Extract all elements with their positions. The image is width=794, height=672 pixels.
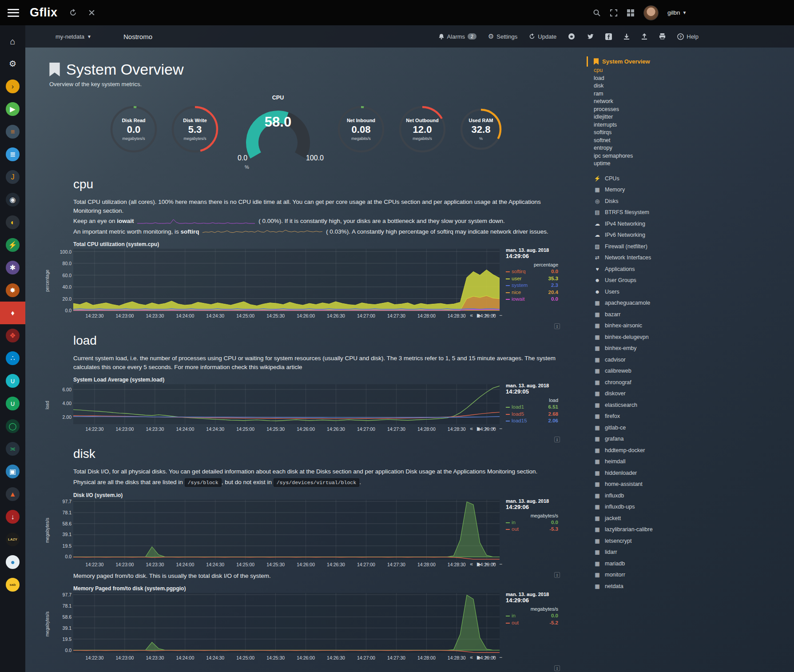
windows-icon[interactable] [627, 9, 635, 17]
gauge-disk-write[interactable]: Disk Write5.3megabytes/s [170, 104, 220, 154]
avatar[interactable] [643, 5, 659, 20]
settings-button[interactable]: ⚙ Settings [488, 32, 517, 40]
refresh-icon[interactable] [69, 9, 77, 16]
skip-forward-button[interactable]: » [485, 312, 488, 318]
app-shortcut-12[interactable]: ● [0, 551, 25, 573]
chart-plot-area[interactable]: 97.778.158.639.119.50.0 [73, 593, 500, 653]
chart-plot-area[interactable]: 6.004.002.00 [73, 384, 500, 424]
sidebar-app-lidarr[interactable]: ▦lidarr [587, 547, 794, 558]
app-tautulli[interactable]: ⚡ [0, 234, 25, 256]
skip-forward-button[interactable]: » [485, 654, 488, 660]
sidebar-section-ipv4-networking[interactable]: ☁IPv4 Networking [587, 219, 794, 230]
play-button[interactable]: ▶ [477, 561, 481, 567]
sidebar-app-influxdb-ups[interactable]: ▦influxdb-ups [587, 501, 794, 513]
sidebar-section-cpus[interactable]: ⚡CPUs [587, 173, 794, 185]
app-netdata[interactable]: ♦ [0, 302, 25, 324]
app-shortcut-4[interactable]: ✸ [0, 279, 25, 302]
sidebar-app-mariadb[interactable]: ▦mariadb [587, 558, 794, 570]
play-button[interactable]: ▶ [477, 425, 481, 432]
sidebar-section-applications[interactable]: ♥Applications [587, 264, 794, 275]
legend-item-softirq[interactable]: softirq0.0 [506, 268, 558, 275]
fullscreen-icon[interactable] [610, 9, 618, 17]
zoom-in-button[interactable]: + [492, 654, 495, 660]
twitter-button[interactable] [587, 33, 594, 40]
zoom-out-button[interactable]: − [499, 654, 502, 660]
sidebar-link-ram[interactable]: ram [587, 90, 794, 98]
github-button[interactable] [568, 33, 575, 40]
app-shortcut-2[interactable]: ◉ [0, 188, 25, 211]
chart-plot-area[interactable]: 97.778.158.639.119.50.0 [73, 500, 500, 560]
iowait-sparkline[interactable] [137, 219, 255, 224]
legend-item-user[interactable]: user35.3 [506, 275, 558, 282]
sidebar-app-cadvisor[interactable]: ▦cadvisor [587, 354, 794, 366]
app-shortcut-9[interactable]: ≍ [0, 437, 25, 460]
sidebar-app-letsencrypt[interactable]: ▦letsencrypt [587, 536, 794, 547]
app-emby[interactable]: ▶ [0, 98, 25, 120]
app-jackett[interactable]: J [0, 166, 25, 188]
facebook-button[interactable] [605, 33, 612, 40]
search-icon[interactable] [593, 9, 601, 17]
sidebar-app-jackett[interactable]: ▦jackett [587, 513, 794, 525]
app-lazylibrarian[interactable]: LAZY [0, 528, 25, 551]
sidebar-app-firefox[interactable]: ▦firefox [587, 411, 794, 422]
play-button[interactable]: ▶ [477, 312, 481, 318]
resize-handle[interactable]: ↕ [554, 572, 560, 578]
sidebar-app-apacheguacamole[interactable]: ▦apacheguacamole [587, 298, 794, 309]
zoom-in-button[interactable]: + [492, 561, 495, 567]
softirq-sparkline[interactable] [202, 229, 322, 235]
app-nextcloud[interactable]: ∴ [0, 347, 25, 370]
resize-handle[interactable]: ↕ [554, 323, 560, 329]
sidebar-app-monitorr[interactable]: ▦monitorr [587, 569, 794, 581]
print-button[interactable] [659, 33, 666, 40]
sidebar-app-hddtemp-docker[interactable]: ▦hddtemp-docker [587, 445, 794, 457]
legend-item-in[interactable]: in0.0 [506, 519, 558, 526]
legend-item-load5[interactable]: load52.68 [506, 411, 558, 418]
app-shortcut-5[interactable]: ❖ [0, 324, 25, 347]
gauge-net-outbound[interactable]: Net Outbound12.0megabits/s [397, 104, 447, 154]
zoom-in-button[interactable]: + [492, 425, 495, 432]
close-icon[interactable] [88, 9, 95, 16]
app-shortcut-8[interactable]: ◯ [0, 415, 25, 437]
sidebar-link-interrupts[interactable]: interrupts [587, 121, 794, 129]
gauge-net-inbound[interactable]: Net Inbound0.08megabits/s [336, 104, 386, 154]
sidebar-link-idlejitter[interactable]: idlejitter [587, 113, 794, 121]
host-dropdown[interactable]: my-netdata ▼ [56, 33, 91, 40]
sidebar-app-hiddenloader[interactable]: ▦hiddenloader [587, 468, 794, 479]
sidebar-app-calibreweb[interactable]: ▦calibreweb [587, 366, 794, 377]
app-shortcut-1[interactable]: ≡ [0, 120, 25, 143]
sidebar-system-overview[interactable]: System Overview [587, 56, 794, 67]
legend-item-iowait[interactable]: iowait0.0 [506, 296, 558, 303]
legend-item-in[interactable]: in0.0 [506, 612, 558, 620]
sidebar-link-entropy[interactable]: entropy [587, 144, 794, 152]
sidebar-section-users[interactable]: ☻Users [587, 286, 794, 298]
sidebar-link-processes[interactable]: processes [587, 106, 794, 114]
sidebar-link-network[interactable]: network [587, 98, 794, 106]
sidebar-section-disks[interactable]: ◎Disks [587, 196, 794, 207]
app-shortcut-7[interactable]: ∪ [0, 392, 25, 415]
skip-back-button[interactable]: « [470, 654, 473, 660]
sidebar-app-bazarr[interactable]: ▦bazarr [587, 309, 794, 321]
sidebar-link-disk[interactable]: disk [587, 82, 794, 90]
legend-item-load1[interactable]: load16.51 [506, 404, 558, 411]
sidebar-app-binhex-delugevpn[interactable]: ▦binhex-delugevpn [587, 332, 794, 343]
sidebar-link-ipc-semaphores[interactable]: ipc semaphores [587, 152, 794, 160]
app-gitlab[interactable]: ▲ [0, 483, 25, 505]
sidebar-app-chronograf[interactable]: ▦chronograf [587, 377, 794, 389]
zoom-out-button[interactable]: − [499, 425, 502, 432]
skip-forward-button[interactable]: » [485, 425, 488, 432]
zoom-out-button[interactable]: − [499, 312, 502, 318]
help-button[interactable]: ? Help [677, 33, 699, 40]
skip-back-button[interactable]: « [470, 561, 473, 567]
sidebar-link-load[interactable]: load [587, 75, 794, 83]
gauge-cpu[interactable]: CPU 58.0 0.0 100.0 % [231, 95, 325, 164]
legend-item-system[interactable]: system2.3 [506, 282, 558, 289]
sidebar-app-home-assistant[interactable]: ▦home-assistant [587, 479, 794, 490]
resize-handle[interactable]: ↕ [554, 665, 560, 671]
app-radarr[interactable]: ◐ [0, 211, 25, 234]
gauge-used-ram[interactable]: Used RAM32.8% [459, 107, 503, 151]
app-plex[interactable]: › [0, 75, 25, 98]
legend-item-load15[interactable]: load152.06 [506, 418, 558, 425]
sidebar-section-user-groups[interactable]: ☻User Groups [587, 275, 794, 286]
sidebar-section-network-interfaces[interactable]: ⇄Network Interfaces [587, 252, 794, 264]
settings-icon[interactable]: ⚙ [0, 52, 25, 75]
